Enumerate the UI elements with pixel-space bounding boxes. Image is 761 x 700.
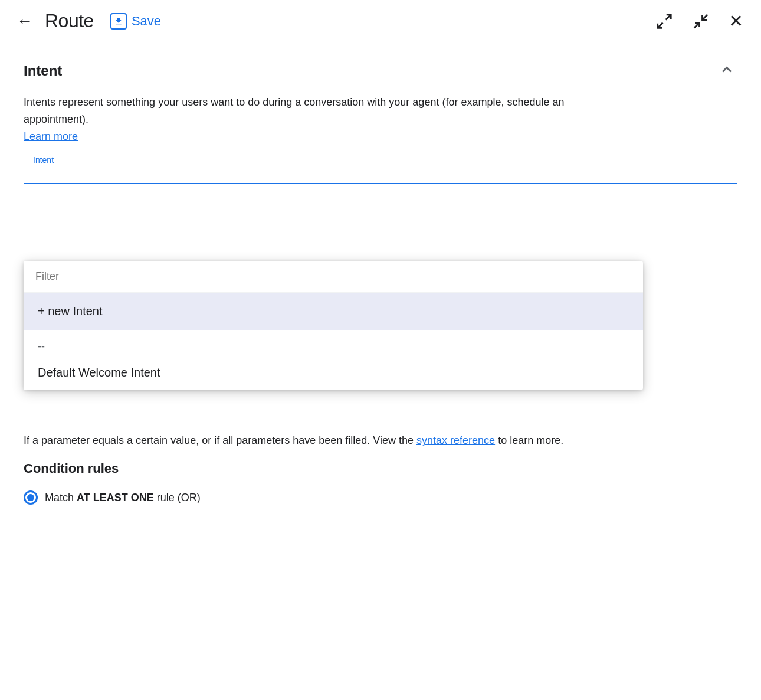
header: ← Route Save xyxy=(0,0,761,42)
intent-field-container: Intent xyxy=(24,161,737,184)
close-button[interactable]: ✕ xyxy=(725,9,747,34)
condition-description: If a parameter equals a certain value, o… xyxy=(24,432,737,449)
intent-field-label: Intent xyxy=(31,155,56,165)
page-title: Route xyxy=(45,10,94,32)
fullscreen-icon xyxy=(655,12,673,30)
header-right: ✕ xyxy=(652,9,747,34)
new-intent-option[interactable]: + new Intent xyxy=(24,293,643,330)
intent-section-header: Intent xyxy=(24,42,737,94)
fullscreen-button[interactable] xyxy=(652,9,677,34)
chevron-up-icon xyxy=(719,61,735,78)
intent-dropdown: + new Intent -- Default Welcome Intent xyxy=(24,261,643,390)
condition-rules-title: Condition rules xyxy=(24,461,737,476)
intent-field-input[interactable] xyxy=(24,161,737,184)
filter-input[interactable] xyxy=(35,270,631,283)
syntax-reference-link[interactable]: syntax reference xyxy=(416,434,495,446)
dropdown-separator: -- xyxy=(24,330,643,355)
intent-description: Intents represent something your users w… xyxy=(24,94,578,145)
radio-at-least-one-circle xyxy=(24,490,38,505)
save-label: Save xyxy=(132,14,161,29)
back-button[interactable]: ← xyxy=(14,11,35,32)
main-content: Intent Intents represent something your … xyxy=(0,42,761,505)
radio-at-least-one-label: Match AT LEAST ONE rule (OR) xyxy=(45,492,201,504)
learn-more-link[interactable]: Learn more xyxy=(24,130,78,142)
dropdown-filter-container xyxy=(24,261,643,293)
compress-button[interactable] xyxy=(688,9,713,34)
header-left: ← Route Save xyxy=(14,8,652,34)
back-arrow-icon: ← xyxy=(17,13,33,30)
new-intent-label: + new Intent xyxy=(38,305,103,318)
collapse-button[interactable] xyxy=(716,59,737,82)
condition-section: If a parameter equals a certain value, o… xyxy=(24,432,737,505)
close-icon: ✕ xyxy=(729,12,743,30)
dropdown-item-default-welcome[interactable]: Default Welcome Intent xyxy=(24,355,643,390)
radio-at-least-one[interactable]: Match AT LEAST ONE rule (OR) xyxy=(24,490,737,505)
intent-section-title: Intent xyxy=(24,63,62,79)
save-icon xyxy=(110,13,127,30)
compress-icon xyxy=(692,12,710,30)
save-button[interactable]: Save xyxy=(103,8,168,34)
